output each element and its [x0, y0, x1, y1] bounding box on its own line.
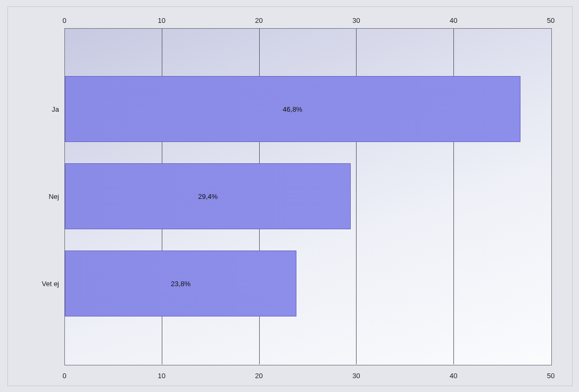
- x-tick-label: 0: [48, 16, 80, 24]
- x-tick-label: 10: [146, 372, 178, 380]
- bar-value-label: 29,4%: [65, 193, 350, 201]
- y-tick-label: Nej: [8, 193, 59, 201]
- x-tick-label: 30: [340, 16, 372, 24]
- chart-frame: 0010102020303040405050 JaNejVet ej 46,8%…: [7, 6, 573, 386]
- x-tick-label: 0: [48, 372, 80, 380]
- bar: 29,4%: [65, 163, 351, 229]
- x-tick-label: 40: [437, 16, 469, 24]
- x-tick-label: 20: [243, 372, 275, 380]
- bar-value-label: 46,8%: [65, 105, 520, 113]
- x-tick-label: 50: [535, 372, 567, 380]
- y-tick-label: Vet ej: [8, 280, 59, 288]
- bar-value-label: 23,8%: [65, 280, 296, 288]
- x-tick-label: 50: [535, 16, 567, 24]
- y-tick-label: Ja: [8, 105, 59, 113]
- bar: 46,8%: [65, 76, 520, 142]
- x-tick-label: 30: [340, 372, 372, 380]
- x-tick-label: 40: [437, 372, 469, 380]
- x-tick-label: 20: [243, 16, 275, 24]
- x-tick-label: 10: [146, 16, 178, 24]
- bar: 23,8%: [65, 251, 296, 316]
